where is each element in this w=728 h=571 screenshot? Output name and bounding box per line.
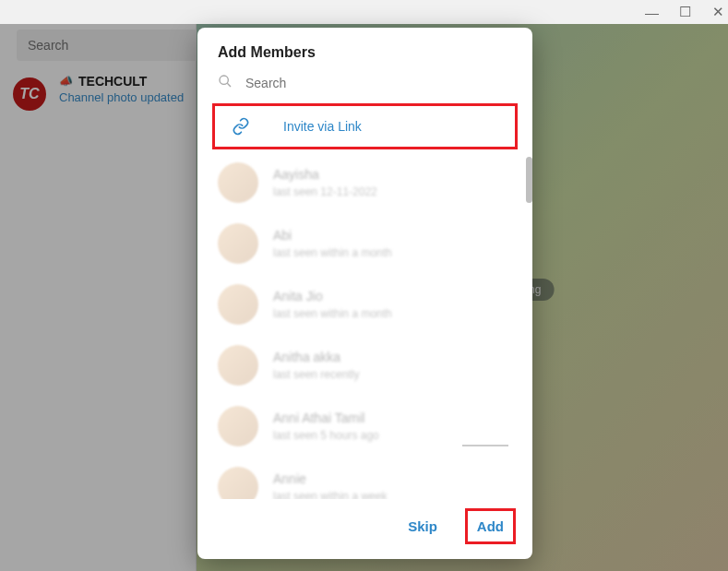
contact-avatar	[218, 284, 258, 325]
contact-last-seen: last seen 12-11-2022	[273, 185, 377, 198]
maximize-button[interactable]: ☐	[678, 4, 691, 20]
add-members-modal: Add Members Invite via Link Aayishalast …	[197, 28, 532, 559]
contacts-list[interactable]: Aayishalast seen 12-11-2022Abilast seen …	[197, 157, 532, 499]
contact-name: Anitha akka	[273, 350, 359, 364]
invite-via-link-label: Invite via Link	[283, 119, 362, 134]
contact-last-seen: last seen 5 hours ago	[273, 429, 379, 442]
contact-avatar	[218, 223, 258, 264]
contact-name: Annie	[273, 471, 387, 486]
contact-avatar	[218, 467, 258, 499]
contact-name: Abi	[273, 228, 392, 243]
contact-last-seen: last seen within a month	[273, 246, 392, 259]
skip-button[interactable]: Skip	[399, 508, 447, 544]
contact-last-seen: last seen within a month	[273, 307, 392, 320]
contact-avatar	[218, 162, 258, 203]
contact-item[interactable]: Anitha akkalast seen recently	[218, 339, 521, 400]
contact-item[interactable]: Annielast seen within a week	[218, 461, 521, 499]
link-icon	[221, 117, 261, 136]
minimize-button[interactable]: —	[645, 5, 658, 20]
contact-last-seen: last seen recently	[273, 368, 359, 381]
contact-avatar	[218, 345, 258, 386]
search-icon	[218, 74, 233, 92]
contact-avatar	[218, 406, 258, 446]
contact-item[interactable]: Abilast seen within a month	[218, 218, 521, 279]
contact-last-seen: last seen within a week	[273, 490, 387, 499]
invite-via-link-highlight: Invite via Link	[212, 103, 518, 149]
window-titlebar: — ☐ ✕	[0, 0, 728, 24]
member-search-input[interactable]	[245, 76, 512, 90]
scroll-indicator	[462, 445, 508, 446]
svg-point-0	[220, 76, 228, 84]
add-button[interactable]: Add	[468, 513, 513, 540]
contact-name: Aayisha	[273, 167, 377, 182]
contact-name: Anni Athai Tamil	[273, 410, 379, 425]
add-button-highlight: Add	[465, 508, 516, 544]
modal-title: Add Members	[197, 28, 532, 66]
contact-item[interactable]: Anita Jiolast seen within a month	[218, 279, 521, 339]
close-button[interactable]: ✕	[711, 4, 724, 20]
contact-name: Anita Jio	[273, 289, 392, 303]
contact-item[interactable]: Anni Athai Tamillast seen 5 hours ago	[218, 400, 521, 461]
svg-line-1	[227, 83, 231, 87]
contact-item[interactable]: Aayishalast seen 12-11-2022	[218, 157, 521, 218]
scrollbar-thumb[interactable]	[526, 157, 532, 203]
invite-via-link-button[interactable]: Invite via Link	[215, 108, 515, 145]
